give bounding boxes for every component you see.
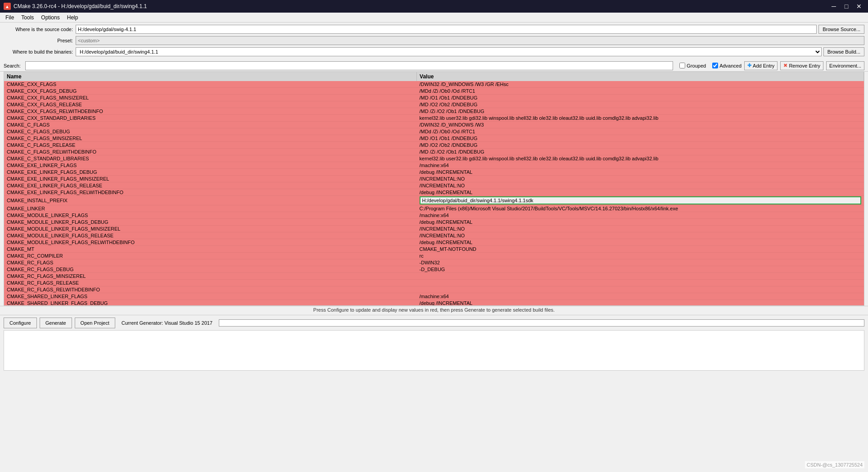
grouped-checkbox[interactable] [679,63,685,68]
menu-help[interactable]: Help [63,14,82,21]
search-input[interactable] [25,61,673,70]
table-row[interactable]: CMAKE_EXE_LINKER_FLAGS_DEBUG/debug /INCR… [4,169,864,176]
value-column-header: Value [417,72,864,81]
status-text: Press Configure to update and display ne… [313,307,555,313]
table-row[interactable]: CMAKE_RC_FLAGS_DEBUG-D_DEBUG [4,266,864,273]
table-cell-value [417,280,864,286]
table-cell-name: CMAKE_C_FLAGS_RELWITHDEBINFO [4,149,417,155]
table-row[interactable]: CMAKE_SHARED_LINKER_FLAGS_DEBUG/debug /I… [4,300,864,306]
table-cell-name: CMAKE_EXE_LINKER_FLAGS_DEBUG [4,169,417,176]
table-row[interactable]: CMAKE_MODULE_LINKER_FLAGS_MINSIZEREL/INC… [4,226,864,232]
selected-value-input[interactable] [420,196,861,204]
table-cell-name: CMAKE_EXE_LINKER_FLAGS_MINSIZEREL [4,176,417,182]
table-cell-name: CMAKE_MODULE_LINKER_FLAGS_DEBUG [4,219,417,226]
close-button[interactable]: ✕ [854,2,864,10]
table-row[interactable]: CMAKE_C_FLAGS/DWIN32 /D_WINDOWS /W3 [4,122,864,128]
preset-input[interactable] [76,36,864,45]
table-cell-name: CMAKE_RC_COMPILER [4,253,417,259]
table-row[interactable]: CMAKE_RC_FLAGS_RELEASE [4,280,864,286]
table-row[interactable]: CMAKE_MODULE_LINKER_FLAGS_RELWITHDEBINFO… [4,239,864,246]
add-entry-icon: ✚ [747,63,751,68]
browse-source-button[interactable]: Browse Source... [818,25,864,34]
advanced-check-group: Advanced [712,63,741,68]
add-entry-button[interactable]: ✚ Add Entry [744,61,778,70]
table-cell-value: -DWIN32 [417,259,864,266]
table-cell-value: /debug /INCREMENTAL [417,189,864,196]
table-cell-value: /MDd /Zi /Ob0 /Od /RTC1 [417,88,864,95]
table-cell-name: CMAKE_MT [4,246,417,253]
configure-button[interactable]: Configure [4,318,37,328]
cmake-table: Name Value CMAKE_CXX_FLAGS/DWIN32 /D_WIN… [4,72,864,306]
generate-button[interactable]: Generate [40,318,72,328]
remove-entry-label: Remove Entry [789,63,820,68]
table-cell-value: kernel32.lib user32.lib gdi32.lib winspo… [417,155,864,162]
table-cell-value: kernel32.lib user32.lib gdi32.lib winspo… [417,115,864,122]
grouped-label: Grouped [687,63,706,68]
table-row[interactable]: CMAKE_EXE_LINKER_FLAGS_MINSIZEREL/INCREM… [4,176,864,182]
table-row[interactable]: CMAKE_C_FLAGS_DEBUG/MDd /Zi /Ob0 /Od /RT… [4,128,864,135]
table-row[interactable]: CMAKE_RC_COMPILERrc [4,253,864,259]
table-cell-name: CMAKE_EXE_LINKER_FLAGS [4,162,417,169]
table-row[interactable]: CMAKE_C_STANDARD_LIBRARIESkernel32.lib u… [4,155,864,162]
table-row[interactable]: CMAKE_CXX_FLAGS_RELEASE/MD /O2 /Ob2 /DND… [4,101,864,108]
table-cell-name: CMAKE_RC_FLAGS [4,259,417,266]
table-cell-name: CMAKE_INSTALL_PREFIX [4,196,417,205]
build-label: Where to build the binaries: [4,49,76,54]
build-select[interactable]: H:/develop/gdal/buid_dir/swing4.1.1 [76,47,822,56]
table-cell-value: /INCREMENTAL:NO [417,226,864,232]
table-cell-value: /MD /O2 /Ob2 /DNDEBUG [417,142,864,149]
table-cell-name: CMAKE_CXX_FLAGS_RELEASE [4,101,417,108]
table-cell-name: CMAKE_SHARED_LINKER_FLAGS [4,293,417,300]
remove-entry-button[interactable]: ✖ Remove Entry [780,61,823,70]
table-row[interactable]: CMAKE_C_FLAGS_MINSIZEREL/MD /O1 /Ob1 /DN… [4,135,864,142]
table-row[interactable]: CMAKE_SHARED_LINKER_FLAGS/machine:x64 [4,293,864,300]
menu-file[interactable]: File [2,14,18,21]
cmake-table-container[interactable]: Name Value CMAKE_CXX_FLAGS/DWIN32 /D_WIN… [4,72,864,306]
table-row[interactable]: CMAKE_RC_FLAGS-DWIN32 [4,259,864,266]
table-row[interactable]: CMAKE_CXX_FLAGS_RELWITHDEBINFO/MD /Zi /O… [4,108,864,115]
table-cell-value: /MD /O1 /Ob1 /DNDEBUG [417,135,864,142]
table-cell-value: /machine:x64 [417,293,864,300]
title-bar-title: CMake 3.26.0-rc4 - H:/develop/gdal/buid_… [14,3,147,9]
table-cell-value: /machine:x64 [417,162,864,169]
table-cell-name: CMAKE_CXX_FLAGS_MINSIZEREL [4,95,417,101]
table-row[interactable]: CMAKE_MODULE_LINKER_FLAGS_DEBUG/debug /I… [4,219,864,226]
table-row[interactable]: CMAKE_INSTALL_PREFIX [4,196,864,205]
generator-label: Current Generator: Visual Studio 15 2017 [122,320,212,326]
table-row[interactable]: CMAKE_MODULE_LINKER_FLAGS/machine:x64 [4,212,864,219]
environment-button[interactable]: Environment... [826,61,864,70]
table-row[interactable]: CMAKE_CXX_FLAGS_MINSIZEREL/MD /O1 /Ob1 /… [4,95,864,101]
menu-tools[interactable]: Tools [18,14,37,21]
title-bar-controls: ─ □ ✕ [828,2,864,10]
browse-build-button[interactable]: Browse Build... [823,47,864,56]
table-row[interactable]: CMAKE_CXX_FLAGS_DEBUG/MDd /Zi /Ob0 /Od /… [4,88,864,95]
table-cell-name: CMAKE_C_FLAGS_RELEASE [4,142,417,149]
table-row[interactable]: CMAKE_CXX_STANDARD_LIBRARIESkernel32.lib… [4,115,864,122]
table-row[interactable]: CMAKE_LINKERC:/Program Files (x86)/Micro… [4,205,864,212]
table-row[interactable]: CMAKE_CXX_FLAGS/DWIN32 /D_WINDOWS /W3 /G… [4,81,864,88]
table-row[interactable]: CMAKE_MTCMAKE_MT-NOTFOUND [4,246,864,253]
add-entry-label: Add Entry [753,63,774,68]
table-cell-value: /INCREMENTAL:NO [417,232,864,239]
table-cell-value: /debug /INCREMENTAL [417,300,864,306]
table-row[interactable]: CMAKE_RC_FLAGS_MINSIZEREL [4,273,864,280]
minimize-button[interactable]: ─ [828,2,839,10]
table-cell-value: /machine:x64 [417,212,864,219]
menu-options[interactable]: Options [37,14,63,21]
table-row[interactable]: CMAKE_EXE_LINKER_FLAGS_RELWITHDEBINFO/de… [4,189,864,196]
watermark: CSDN-@cs_1307725524 [805,461,864,468]
table-row[interactable]: CMAKE_EXE_LINKER_FLAGS/machine:x64 [4,162,864,169]
advanced-label: Advanced [719,63,741,68]
advanced-checkbox[interactable] [712,63,718,68]
table-cell-value: rc [417,253,864,259]
table-row[interactable]: CMAKE_C_FLAGS_RELEASE/MD /O2 /Ob2 /DNDEB… [4,142,864,149]
maximize-button[interactable]: □ [841,2,852,10]
table-cell-name: CMAKE_C_FLAGS_MINSIZEREL [4,135,417,142]
table-row[interactable]: CMAKE_C_FLAGS_RELWITHDEBINFO/MD /Zi /O2 … [4,149,864,155]
table-row[interactable]: CMAKE_RC_FLAGS_RELWITHDEBINFO [4,286,864,293]
open-project-button[interactable]: Open Project [75,318,115,328]
table-row[interactable]: CMAKE_EXE_LINKER_FLAGS_RELEASE/INCREMENT… [4,182,864,189]
table-row[interactable]: CMAKE_MODULE_LINKER_FLAGS_RELEASE/INCREM… [4,232,864,239]
source-input[interactable] [76,25,817,34]
table-cell-name: CMAKE_MODULE_LINKER_FLAGS [4,212,417,219]
